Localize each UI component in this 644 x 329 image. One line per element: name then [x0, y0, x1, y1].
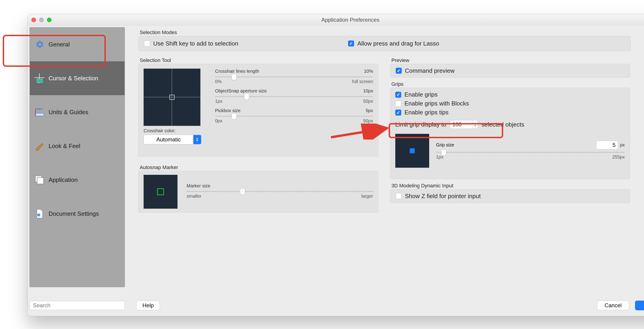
preferences-window: Application Preferences General: [28, 14, 644, 316]
slider-value: 5px: [366, 108, 373, 113]
windows-icon: [34, 174, 45, 185]
gear-icon: [34, 39, 45, 50]
crosshair-selection-icon: [34, 73, 45, 84]
crosshair-color-select[interactable]: Automatic ▲▼: [144, 135, 201, 144]
slider-max: 50px: [363, 99, 373, 104]
sidebar-item-cursor-selection[interactable]: Cursor & Selection: [30, 61, 124, 95]
checkbox-label: Enable grips: [404, 91, 438, 98]
sidebar-item-label: Look & Feel: [48, 143, 80, 150]
minimize-icon[interactable]: [39, 18, 44, 22]
slider-marker-size[interactable]: Marker size smaller larger: [187, 183, 373, 199]
sidebar-item-application[interactable]: Application: [30, 163, 124, 197]
slider-max: 50px: [363, 118, 373, 124]
marker-preview: [144, 175, 178, 209]
slider-pickbox-size[interactable]: Pickbox size 5px 0px 50px: [215, 108, 373, 124]
slider-label: Marker size: [187, 183, 210, 189]
checkbox-label: Use Shift key to add to selection: [153, 40, 238, 47]
window-controls: [32, 18, 52, 22]
svg-rect-3: [35, 113, 44, 116]
unit-label: px: [620, 142, 625, 148]
gripsize-label: Grip size: [436, 142, 454, 148]
select-value: Automatic: [144, 135, 193, 144]
checkbox-label: Enable grips with Blocks: [404, 100, 469, 107]
close-icon[interactable]: [32, 18, 36, 22]
ruler-icon: [34, 107, 45, 118]
section-label-grips: Grips: [392, 81, 404, 87]
sidebar-item-look-feel[interactable]: Look & Feel: [30, 129, 124, 163]
sidebar-item-units-guides[interactable]: Units & Guides: [30, 95, 124, 129]
checkbox-icon: [348, 40, 354, 46]
slider-min: 1px: [215, 99, 222, 104]
titlebar: Application Preferences: [28, 14, 644, 25]
checkbox-icon: [396, 68, 402, 74]
limit-label-post: selected objects: [482, 121, 524, 128]
document-icon: [34, 208, 45, 219]
slider-value: 10%: [364, 69, 373, 74]
group-autosnap: Marker size smaller larger: [138, 171, 378, 213]
crosshair-preview: [144, 69, 200, 126]
crosshair-color-label: Crosshair color:: [144, 128, 201, 133]
group-selection-modes: Use Shift key to add to selection Allow …: [138, 36, 631, 51]
slider-min: smaller: [187, 194, 201, 199]
svg-rect-7: [37, 178, 44, 184]
checkbox-label: Command preview: [405, 67, 454, 74]
slider-grip-size[interactable]: 1px 255px: [436, 151, 625, 160]
sidebar-item-label: Application: [48, 176, 78, 184]
search-input[interactable]: [30, 301, 125, 310]
sidebar-item-label: Units & Guides: [48, 109, 88, 116]
checkbox-icon: [396, 193, 402, 199]
zoom-icon[interactable]: [47, 18, 52, 22]
checkbox-enable-grips-blocks[interactable]: Enable grips with Blocks: [395, 100, 625, 107]
svg-point-8: [37, 213, 40, 217]
slider-label: Crosshair lines length: [215, 69, 259, 74]
section-label-preview: Preview: [392, 57, 409, 63]
checkbox-lasso[interactable]: Allow press and drag for Lasso: [348, 40, 439, 47]
section-label-selection-modes: Selection Modes: [140, 29, 177, 35]
checkbox-enable-grips[interactable]: Enable grips: [395, 91, 625, 98]
slider-crosshair-length[interactable]: Crosshair lines length 10% 0% full scree…: [215, 69, 373, 84]
slider-label: ObjectSnap aperture size: [215, 88, 267, 94]
checkbox-label: Enable grips tips: [404, 109, 448, 116]
checkbox-icon: [144, 40, 150, 46]
dialog-footer: Cancel OK: [597, 301, 644, 310]
slider-min: 0%: [215, 79, 222, 84]
slider-min: 0px: [215, 118, 222, 124]
sidebar-item-general[interactable]: General: [30, 27, 124, 61]
checkbox-icon: [395, 92, 401, 98]
section-label-selection-tool: Selection Tool: [140, 57, 171, 63]
slider-max: full screen: [352, 79, 373, 84]
slider-label: Pickbox size: [215, 108, 240, 113]
checkbox-show-z[interactable]: Show Z field for pointer input: [396, 193, 481, 200]
section-label-autosnap: Autosnap Marker: [140, 164, 178, 170]
number-value: 100: [450, 120, 473, 129]
cancel-button[interactable]: Cancel: [597, 301, 629, 310]
checkbox-icon: [395, 110, 401, 116]
checkbox-command-preview[interactable]: Command preview: [396, 67, 454, 74]
slider-max: larger: [362, 194, 373, 199]
slider-max: 255px: [612, 154, 625, 160]
limit-grip-input[interactable]: 100 ▲▼: [450, 120, 478, 129]
group-selection-tool: Crosshair color: Automatic ▲▼ Crosshair …: [138, 64, 378, 157]
paintbrush-icon: [34, 140, 45, 151]
group-grips: Enable grips Enable grips with Blocks En…: [390, 88, 630, 179]
grip-preview: [395, 134, 429, 168]
checkbox-label: Show Z field for pointer input: [405, 193, 481, 200]
checkbox-enable-grips-tips[interactable]: Enable grips tips: [395, 109, 625, 116]
slider-aperture-size[interactable]: ObjectSnap aperture size 10px 1px 50px: [215, 88, 373, 104]
gripsize-input[interactable]: 5 px: [596, 141, 625, 149]
checkbox-icon: [395, 101, 401, 107]
stepper-icon[interactable]: ▲▼: [473, 120, 478, 129]
sidebar-item-label: Document Settings: [48, 210, 99, 217]
group-3d-input: Show Z field for pointer input: [390, 189, 630, 203]
sidebar: General Cursor & Selection: [30, 27, 125, 287]
help-button[interactable]: Help: [136, 301, 160, 310]
limit-grip-row: Limit grip display to 100 ▲▼ selected ob…: [395, 120, 625, 129]
limit-label-pre: Limit grip display to: [395, 121, 446, 128]
sidebar-item-label: General: [48, 41, 70, 48]
checkbox-shift-add[interactable]: Use Shift key to add to selection: [144, 40, 238, 47]
ok-button[interactable]: OK: [635, 301, 644, 310]
chevron-up-down-icon: ▲▼: [193, 135, 201, 144]
svg-rect-2: [37, 79, 42, 83]
section-label-3d: 3D Modeling Dynamic Input: [392, 183, 453, 189]
sidebar-item-document-settings[interactable]: Document Settings: [30, 197, 124, 231]
